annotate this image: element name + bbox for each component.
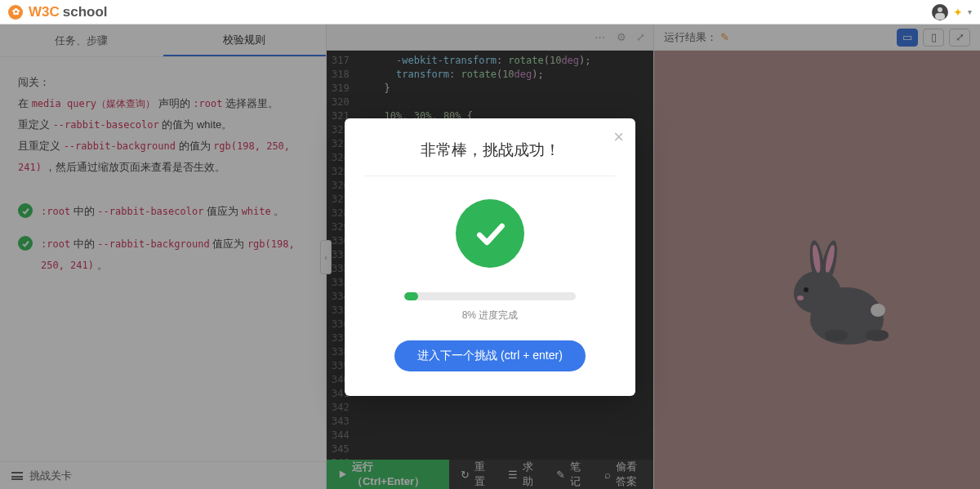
close-icon[interactable]: × — [613, 127, 624, 148]
success-modal: × 非常棒，挑战成功！ 8% 进度完成 进入下一个挑战 (ctrl + ente… — [345, 118, 635, 396]
coin-icon[interactable]: ✦ — [953, 6, 963, 19]
brand-text-school: school — [63, 4, 108, 20]
chevron-down-icon[interactable]: ▾ — [968, 7, 972, 16]
progress-bar — [404, 292, 576, 300]
brand-logo[interactable]: ✿ W3Cschool — [8, 4, 108, 20]
user-avatar[interactable] — [932, 4, 948, 20]
brand-icon: ✿ — [8, 5, 23, 20]
app-header: ✿ W3Cschool ✦ ▾ — [0, 0, 980, 24]
success-overlay: × 非常棒，挑战成功！ 8% 进度完成 进入下一个挑战 (ctrl + ente… — [0, 24, 980, 489]
brand-text-w3c: W3C — [29, 4, 60, 20]
modal-title: 非常棒，挑战成功！ — [364, 140, 616, 176]
main-layout: 任务、步骤 校验规则 闯关： 在 media query（媒体查询） 声明的 :… — [0, 24, 980, 489]
progress-text: 8% 进度完成 — [364, 309, 616, 322]
success-check-icon — [456, 199, 524, 268]
next-challenge-button[interactable]: 进入下一个挑战 (ctrl + enter) — [394, 340, 586, 371]
progress-fill — [404, 292, 418, 300]
